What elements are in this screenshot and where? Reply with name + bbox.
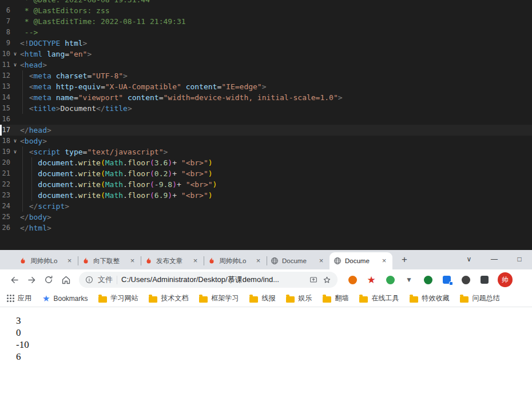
- new-tab-button[interactable]: +: [397, 252, 412, 267]
- address-bar[interactable]: 文件 C:/Users/Administrator/Desktop/慕课demo…: [79, 272, 338, 288]
- orange-circle-extension-icon[interactable]: [347, 274, 358, 285]
- forward-button[interactable]: [23, 271, 40, 288]
- code-line[interactable]: 21 document.write(Math.floor(0.2)+ "<br>…: [0, 168, 532, 179]
- gray-v-extension-icon[interactable]: ▼: [403, 274, 415, 285]
- profile-avatar[interactable]: 帅: [498, 272, 513, 287]
- tab-title: 周帅帅Lo: [219, 257, 251, 265]
- browser-tab[interactable]: 发布文章×: [141, 252, 204, 269]
- folder-icon: [98, 296, 107, 303]
- green-globe-extension-icon[interactable]: [384, 274, 396, 285]
- page-info-icon[interactable]: [85, 275, 94, 284]
- apps-shortcut[interactable]: 应用: [7, 293, 31, 303]
- line-number: 10: [0, 49, 10, 59]
- bookmark-folder-item[interactable]: 学习网站: [98, 293, 138, 303]
- browser-tab[interactable]: 周帅帅Lo×: [204, 252, 267, 269]
- code-line[interactable]: 17</head>: [0, 125, 532, 136]
- browser-tab[interactable]: Docume×: [267, 252, 329, 269]
- bookmark-folder-item[interactable]: 问题总结: [460, 293, 499, 303]
- reload-button[interactable]: [40, 271, 57, 288]
- bookmark-star-icon[interactable]: [322, 275, 332, 285]
- back-button[interactable]: [6, 271, 23, 288]
- folder-icon: [249, 296, 258, 303]
- code-line[interactable]: 10∨<html lang="en">: [0, 49, 532, 59]
- share-icon[interactable]: [309, 275, 318, 284]
- code-line[interactable]: 16: [0, 114, 532, 125]
- bookmark-folder-item[interactable]: 翻墙: [323, 293, 348, 303]
- code-text: </head>: [20, 125, 532, 136]
- folder-icon: [286, 296, 295, 303]
- tab-close-icon[interactable]: ×: [128, 257, 137, 265]
- browser-tab[interactable]: 向下取整×: [78, 252, 141, 269]
- extension-badge: [449, 281, 453, 285]
- tab-close-icon[interactable]: ×: [191, 257, 200, 265]
- code-text: document.write(Math.floor(0.2)+ "<br>"): [20, 168, 532, 179]
- code-line[interactable]: 18∨<body>: [0, 136, 532, 146]
- fold-chevron-icon[interactable]: ∨: [10, 136, 20, 146]
- back-arrow-icon: [9, 275, 20, 285]
- red-star-extension-icon[interactable]: ★: [366, 274, 377, 285]
- code-line[interactable]: 26</html>: [0, 223, 532, 233]
- code-line[interactable]: 9<!DOCTYPE html>: [0, 38, 532, 49]
- bookmarks-shortcut[interactable]: ★ Bookmarks: [42, 294, 88, 303]
- code-line[interactable]: 24 </script>: [0, 201, 532, 212]
- home-button[interactable]: [57, 271, 74, 288]
- dark-panel-extension-icon[interactable]: [479, 274, 490, 285]
- output-line: 6: [16, 351, 532, 363]
- bookmark-folder-item[interactable]: 线报: [249, 293, 275, 303]
- code-line[interactable]: 14 <meta name="viewport" content="width=…: [0, 92, 532, 103]
- code-line[interactable]: 19∨ <script type="text/javascript">: [0, 146, 532, 157]
- code-text: -->: [20, 27, 532, 38]
- line-number: 25: [0, 212, 10, 223]
- code-text: </script>: [20, 201, 532, 212]
- code-line[interactable]: 11∨<head>: [0, 59, 532, 70]
- blue-translate-extension-icon[interactable]: [441, 274, 452, 285]
- code-line[interactable]: 6 * @LastEditors: zss: [0, 5, 532, 16]
- code-line[interactable]: 22 document.write(Math.floor(-9.8)+ "<br…: [0, 179, 532, 190]
- maximize-button[interactable]: □: [507, 250, 532, 269]
- code-line[interactable]: 8 -->: [0, 27, 532, 38]
- bookmark-folder-item[interactable]: 技术文档: [149, 293, 188, 303]
- code-line[interactable]: 23 document.write(Math.floor(6.9)+ "<br>…: [0, 190, 532, 201]
- code-editor[interactable]: * @Date: 2022-08-08 19:31:446 * @LastEdi…: [0, 0, 532, 250]
- bookmark-folder-item[interactable]: 在线工具: [359, 293, 399, 303]
- fold-chevron-icon[interactable]: ∨: [10, 59, 20, 70]
- bookmark-folder-item[interactable]: 娱乐: [286, 293, 312, 303]
- tab-title: Docume: [345, 257, 376, 264]
- bookmark-folder-item[interactable]: 框架学习: [199, 293, 239, 303]
- circle-shape: [462, 276, 470, 284]
- browser-tab[interactable]: Docume×: [329, 252, 392, 269]
- bookmark-folder-item[interactable]: 特效收藏: [410, 293, 449, 303]
- fold-chevron-icon[interactable]: ∨: [10, 49, 20, 59]
- tab-close-icon[interactable]: ×: [317, 257, 325, 265]
- tab-strip: 周帅帅Lo×向下取整×发布文章×周帅帅Lo×Docume×Docume× + ∨…: [0, 250, 532, 269]
- line-number: 26: [0, 223, 10, 233]
- bookmark-label: 技术文档: [161, 293, 188, 303]
- code-line[interactable]: 20 document.write(Math.floor(3.6)+ "<br>…: [0, 157, 532, 168]
- line-number: 24: [0, 201, 10, 212]
- indent-guide: [22, 92, 23, 103]
- reload-icon: [43, 275, 54, 285]
- triangle-shape: ▼: [406, 276, 412, 283]
- indent-guide: [22, 201, 23, 212]
- code-line[interactable]: 12 <meta charset="UTF-8">: [0, 70, 532, 81]
- code-line[interactable]: 13 <meta http-equiv="X-UA-Compatible" co…: [0, 81, 532, 92]
- minimize-button[interactable]: —: [482, 250, 507, 269]
- dark-circle-extension-icon[interactable]: [460, 274, 471, 285]
- tab-close-icon[interactable]: ×: [254, 257, 263, 265]
- code-line[interactable]: 25</body>: [0, 212, 532, 223]
- apps-label: 应用: [18, 293, 31, 303]
- line-number: 7: [0, 16, 10, 27]
- code-text: <script type="text/javascript">: [20, 146, 532, 157]
- tab-close-icon[interactable]: ×: [65, 257, 74, 265]
- code-text: <meta http-equiv="X-UA-Compatible" conte…: [20, 81, 532, 92]
- tab-close-icon[interactable]: ×: [380, 257, 388, 265]
- green-circle-extension-icon[interactable]: [422, 274, 434, 285]
- code-line[interactable]: * @Date: 2022-08-08 19:31:44: [0, 0, 532, 5]
- code-line[interactable]: 7 * @LastEditTime: 2022-08-11 21:49:31: [0, 16, 532, 27]
- tab-search-chevron-icon[interactable]: ∨: [456, 250, 482, 269]
- browser-tab[interactable]: 周帅帅Lo×: [15, 252, 78, 269]
- code-line[interactable]: 15 <title>Document</title>: [0, 103, 532, 114]
- fold-chevron-icon[interactable]: ∨: [10, 146, 20, 157]
- indent-guide: [22, 168, 23, 179]
- code-text: </body>: [20, 212, 532, 223]
